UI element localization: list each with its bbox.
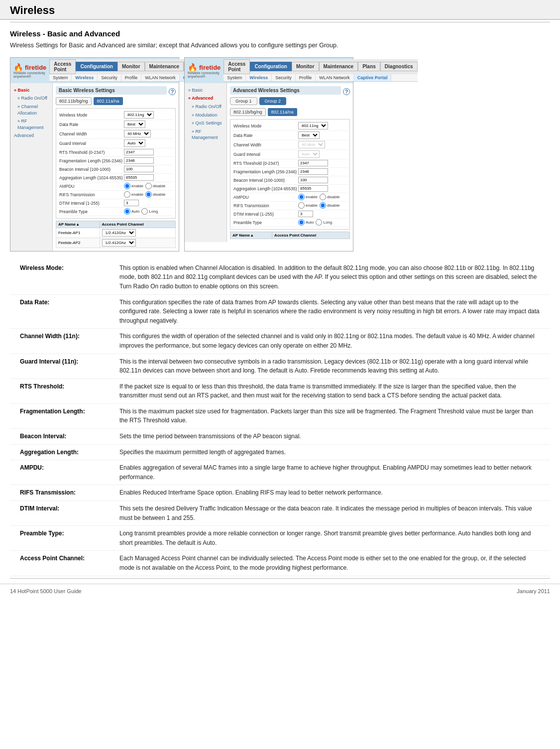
adv-nav-config[interactable]: Configuration [250, 62, 292, 71]
desc-def-ampdu: Enables aggregation of several MAC frame… [119, 463, 540, 482]
adv-preamble-long[interactable]: Long [316, 219, 332, 226]
basic-rifs-enable[interactable]: enable [124, 191, 143, 198]
adv-input-agg[interactable] [298, 185, 328, 192]
basic-input-agg[interactable] [124, 174, 154, 181]
adv-radio-ampdu-enable[interactable] [298, 194, 305, 200]
basic-ampdu-enable[interactable]: enable [124, 183, 143, 189]
adv-nav-maintenance[interactable]: Maintenance [319, 62, 358, 71]
basic-sidebar-rf[interactable]: » RF Management [12, 117, 50, 131]
basic-sidebar-advanced[interactable]: Advanced [12, 131, 50, 140]
adv-sub-wlan[interactable]: WLAN Network [316, 74, 354, 81]
adv-radio-preamble-long[interactable] [316, 219, 322, 226]
basic-tab-ana[interactable]: 802.11a/na [94, 97, 123, 105]
basic-radio-ampdu-disable[interactable] [145, 183, 152, 189]
basic-tab-bgng[interactable]: 802.11b/bg/ng [56, 97, 92, 105]
adv-sub-security[interactable]: Security [272, 74, 296, 81]
basic-input-frag[interactable] [124, 157, 154, 164]
basic-ap-row2-select[interactable]: 1/2.412Ghz [102, 239, 136, 247]
basic-ampdu-disable[interactable]: disable [145, 183, 165, 189]
adv-sidebar-mod[interactable]: » Modulation [187, 111, 224, 120]
basic-select-wmode[interactable]: 802.11ng [124, 111, 154, 119]
basic-radio-rifs-disable[interactable] [145, 191, 152, 198]
basic-ap-row1-select[interactable]: 1/2.412Ghz [102, 229, 136, 237]
desc-def-apchannel: Each Managed Access Point channel can be… [119, 554, 540, 572]
adv-nav-plans[interactable]: Plans [358, 62, 380, 71]
basic-sub-security[interactable]: Security [98, 74, 121, 81]
adv-sidebar-advanced[interactable]: » Advanced [187, 94, 224, 103]
desc-preamble: Preamble Type: Long transmit preambles p… [10, 526, 550, 551]
basic-row-datarate: Data Rate Best [58, 120, 173, 129]
adv-input-rts[interactable] [298, 160, 328, 166]
adv-input-dtim[interactable] [298, 211, 313, 217]
adv-sidebar-qos[interactable]: » QoS Settings [187, 119, 224, 127]
basic-nav-config[interactable]: Configuration [76, 62, 117, 71]
basic-select-guard[interactable]: Auto [124, 139, 145, 147]
adv-ampdu-disable[interactable]: disable [320, 194, 339, 200]
adv-radio-rifs-enable[interactable] [298, 202, 305, 209]
basic-ap-row2-name: Firetide-AP2 [56, 238, 100, 248]
adv-nav-ap[interactable]: Access Point [224, 59, 250, 74]
adv-rifs-disable[interactable]: disable [320, 202, 339, 209]
basic-radio-preamble-auto[interactable] [124, 208, 130, 215]
basic-input-dtim[interactable] [124, 200, 139, 206]
basic-radio-rifs-enable[interactable] [124, 191, 130, 198]
basic-sub-system[interactable]: System [49, 74, 72, 81]
adv-tab-bgng[interactable]: 802.11b/bg/ng [230, 108, 266, 116]
basic-sub-profile[interactable]: Profile [121, 74, 142, 81]
adv-header: 🔥 firetide Reliable connectivity anywher… [185, 58, 353, 83]
basic-preamble-long[interactable]: Long [141, 208, 158, 215]
adv-radio-preamble-auto[interactable] [298, 219, 305, 226]
adv-sub-wireless[interactable]: Wireless [246, 74, 272, 81]
adv-radio-rifs-disable[interactable] [320, 202, 326, 209]
adv-nav-monitor[interactable]: Monitor [292, 62, 319, 71]
basic-sidebar-radio[interactable]: » Radio On/Off [12, 94, 50, 103]
basic-info-icon[interactable]: ? [169, 88, 176, 95]
adv-sidebar-rf[interactable]: » RF Management [187, 127, 224, 142]
adv-input-frag[interactable] [298, 168, 328, 175]
adv-sub-captive[interactable]: Captive Portal [354, 74, 392, 81]
desc-rts: RTS Threshold: If the packet size is equ… [10, 379, 550, 404]
desc-term-beacon: Beacon Interval: [20, 432, 119, 441]
adv-group-tab-1[interactable]: Group 1 [230, 97, 257, 105]
basic-sub-wireless[interactable]: Wireless [72, 74, 98, 81]
adv-tab-ana[interactable]: 802.11a/na [268, 108, 297, 116]
adv-info-icon[interactable]: ? [343, 88, 350, 95]
basic-input-beacon[interactable] [124, 166, 154, 172]
basic-radio-ampdu-enable[interactable] [124, 183, 130, 189]
basic-nav-monitor[interactable]: Monitor [117, 62, 145, 71]
basic-rifs-disable[interactable]: disable [145, 191, 165, 198]
adv-ampdu-enable[interactable]: enable [298, 194, 318, 200]
adv-preamble-auto[interactable]: Auto [298, 219, 314, 226]
basic-nav-ap[interactable]: Access Point [49, 59, 76, 74]
adv-rifs-enable[interactable]: enable [298, 202, 318, 209]
basic-radio-preamble-long[interactable] [141, 208, 148, 215]
adv-input-beacon[interactable] [298, 177, 328, 183]
basic-sub-wlan[interactable]: WLAN Network [141, 74, 180, 81]
basic-select-datarate[interactable]: Best [124, 121, 145, 128]
basic-ap-row2-channel: 1/2.412Ghz [100, 238, 175, 248]
adv-sidebar-radio[interactable]: » Radio On/Off [187, 103, 224, 111]
basic-label-rifs: RIFS Transmission [59, 192, 124, 197]
adv-sub-system[interactable]: System [224, 74, 246, 81]
adv-row-rifs: RIFS Transmission enable disable [232, 202, 347, 210]
basic-select-chwidth[interactable]: 40 MHz [124, 130, 151, 137]
adv-sidebar-basic[interactable]: » Basic [187, 86, 224, 95]
adv-group-tab-2[interactable]: Group 2 [259, 97, 287, 105]
basic-preamble-auto[interactable]: Auto [124, 208, 139, 215]
basic-input-rts[interactable] [124, 149, 154, 155]
adv-val-beacon [298, 177, 346, 183]
adv-radio-ampdu-disable[interactable] [320, 194, 326, 200]
adv-radio-tabs: 802.11b/bg/ng 802.11a/na [230, 108, 350, 116]
desc-def-frag: This is the maximum packet size used for… [119, 407, 540, 425]
basic-nav-maintenance[interactable]: Maintenance [145, 62, 184, 71]
basic-sidebar-basic[interactable]: » Basic [12, 86, 50, 95]
adv-sub-profile[interactable]: Profile [296, 74, 316, 81]
basic-row-beacon: Beacon Interval (100-1000) [58, 165, 173, 174]
adv-val-agg [298, 185, 346, 192]
desc-term-guard: Guard Interval (11n): [20, 357, 119, 375]
adv-select-wmode[interactable]: 802.11ng [298, 122, 328, 129]
basic-sidebar-channel[interactable]: » Channel Allocation [12, 103, 50, 117]
adv-select-datarate[interactable]: Best [298, 131, 320, 139]
basic-row-dtim: DTIM Interval (1-255) [58, 199, 173, 208]
adv-nav-diagnostics[interactable]: Diagnostics [380, 62, 418, 71]
